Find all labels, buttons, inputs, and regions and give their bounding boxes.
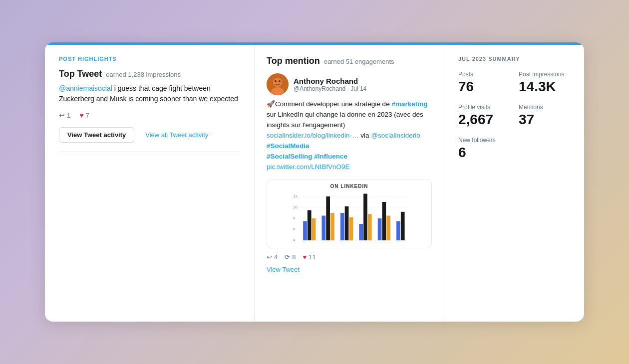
mention-image-container: ON LINKEDIN 12 10 8 6 4 (267, 179, 432, 248)
mention-link[interactable]: socialinsider.io/blog/linkedin-… (267, 132, 359, 139)
chart-area: 12 10 8 6 4 (272, 191, 426, 246)
view-all-tweet-activity-link[interactable]: View all Tweet activity (145, 131, 208, 139)
stat-new-followers-value: 6 (458, 145, 510, 161)
author-handle-date: @AnthonyRochand · Jul 14 (294, 85, 366, 92)
likes-count: 7 (86, 112, 89, 119)
svg-rect-19 (326, 196, 330, 240)
main-card: POST HIGHLIGHTS Top Tweet earned 1,238 i… (45, 42, 584, 322)
svg-rect-29 (386, 216, 390, 241)
middle-panel: Top mention earned 51 engagements Anthon… (255, 45, 444, 322)
top-mention-header: Top mention earned 51 engagements (267, 56, 432, 66)
stat-mentions-value: 37 (519, 112, 570, 128)
svg-rect-26 (368, 214, 372, 241)
tweet-stat-likes: ♥ 7 (79, 111, 89, 119)
svg-rect-28 (382, 202, 386, 240)
stat-new-followers-label: New followers (458, 137, 510, 144)
stat-new-followers: New followers 6 (458, 137, 510, 161)
linkedin-chart: 12 10 8 6 4 (272, 191, 426, 246)
avatar-svg (267, 73, 289, 95)
svg-rect-18 (322, 216, 326, 241)
mention-retweet-icon: ⟳ (285, 253, 290, 261)
svg-rect-25 (363, 194, 367, 241)
view-tweet-activity-button[interactable]: View Tweet activity (59, 127, 134, 143)
stat-profile-visits: Profile visits 2,667 (458, 104, 510, 128)
svg-rect-24 (359, 224, 363, 240)
mention-likes-count: 11 (309, 253, 315, 261)
reply-count: 1 (67, 112, 70, 119)
stats-grid: Posts 76 Post impressions 14.3K Profile … (458, 71, 570, 161)
svg-rect-27 (378, 218, 382, 240)
mention-retweet-count: 8 (292, 253, 296, 261)
svg-rect-31 (401, 212, 405, 240)
mention-reply-count: 4 (274, 253, 278, 261)
stat-posts-value: 76 (458, 79, 510, 95)
author-info: Anthony Rochand @AnthonyRochand · Jul 14 (294, 77, 366, 92)
tweet-handle[interactable]: @anniemaisocial (59, 84, 112, 92)
right-panel: JUL 2023 SUMMARY Posts 76 Post impressio… (444, 45, 584, 322)
mention-likes: ♥ 11 (303, 253, 315, 261)
hashtag-influence[interactable]: #Influence (314, 153, 347, 160)
mention-replies: ↩ 4 (267, 253, 278, 261)
avatar (267, 73, 289, 95)
svg-text:6: 6 (293, 227, 295, 232)
mention-stats: ↩ 4 ⟳ 8 ♥ 11 (267, 253, 432, 261)
top-mention-earned: earned 51 engagements (324, 58, 394, 65)
heart-icon: ♥ (79, 111, 83, 119)
stat-post-impressions-value: 14.3K (519, 79, 570, 95)
top-mention-title: Top mention (267, 56, 320, 66)
mention-reply-icon: ↩ (267, 253, 272, 261)
view-tweet-link[interactable]: View Tweet (267, 266, 432, 273)
stat-post-impressions-label: Post impressions (519, 71, 570, 78)
hashtag-marketing[interactable]: #marketing (391, 100, 427, 108)
svg-rect-20 (330, 213, 334, 240)
svg-rect-30 (396, 221, 400, 241)
svg-rect-22 (345, 206, 349, 240)
tweet-text: @anniemaisocial i guess that cage fight … (59, 83, 240, 104)
top-tweet-earned: earned 1,238 impressions (106, 71, 181, 78)
svg-text:8: 8 (293, 216, 295, 221)
tweet-actions: View Tweet activity View all Tweet activ… (59, 127, 240, 143)
hashtag-socialmedia[interactable]: #SocialMedia (267, 142, 310, 150)
left-panel: POST HIGHLIGHTS Top Tweet earned 1,238 i… (45, 45, 255, 322)
svg-rect-21 (340, 213, 344, 240)
summary-label: JUL 2023 SUMMARY (458, 56, 570, 62)
tweet-stats: ↩ 1 ♥ 7 (59, 111, 240, 119)
stat-post-impressions: Post impressions 14.3K (519, 71, 570, 95)
svg-rect-15 (303, 221, 307, 241)
mention-author-row: Anthony Rochand @AnthonyRochand · Jul 14 (267, 73, 432, 95)
left-divider (59, 152, 240, 152)
svg-point-1 (273, 78, 282, 87)
author-handle[interactable]: @AnthonyRochand (294, 85, 345, 92)
via-text: via (359, 132, 371, 139)
top-tweet-title: Top Tweet (59, 69, 102, 79)
mention-text: 🚀Comment développer une stratégie de #ma… (267, 99, 432, 172)
mention-heart-icon: ♥ (303, 253, 307, 261)
svg-rect-16 (308, 210, 312, 241)
svg-text:10: 10 (293, 205, 298, 210)
svg-point-4 (279, 80, 281, 82)
stat-profile-visits-value: 2,667 (458, 112, 510, 128)
mention-retweets: ⟳ 8 (285, 253, 296, 261)
top-tweet-header: Top Tweet earned 1,238 impressions (59, 69, 240, 79)
stat-profile-visits-label: Profile visits (458, 104, 510, 111)
svg-text:12: 12 (293, 194, 298, 199)
svg-rect-23 (349, 217, 353, 240)
author-name[interactable]: Anthony Rochand (294, 77, 366, 85)
stat-mentions-label: Mentions (519, 104, 570, 111)
mention-text-2: sur LinkedIn qui change la donne en 2023… (267, 111, 423, 129)
hashtag-socialselling[interactable]: #SocialSelling (267, 153, 313, 160)
mention-text-1: 🚀Comment développer une stratégie de (267, 100, 391, 108)
tweet-stat-replies: ↩ 1 (59, 111, 70, 119)
svg-text:4: 4 (293, 238, 296, 243)
stat-posts-label: Posts (458, 71, 510, 78)
image-label: ON LINKEDIN (272, 183, 426, 189)
pic-link[interactable]: pic.twitter.com/LNIBfVnO9E (267, 163, 350, 171)
stat-posts: Posts 76 (458, 71, 510, 95)
socialinsiderio-link[interactable]: @socialinsiderio (371, 132, 420, 139)
stat-mentions: Mentions 37 (519, 104, 570, 128)
section-label: POST HIGHLIGHTS (59, 56, 240, 62)
card-inner: POST HIGHLIGHTS Top Tweet earned 1,238 i… (45, 45, 584, 322)
svg-rect-17 (312, 218, 316, 240)
author-date: · Jul 14 (347, 85, 367, 92)
reply-icon: ↩ (59, 111, 65, 119)
